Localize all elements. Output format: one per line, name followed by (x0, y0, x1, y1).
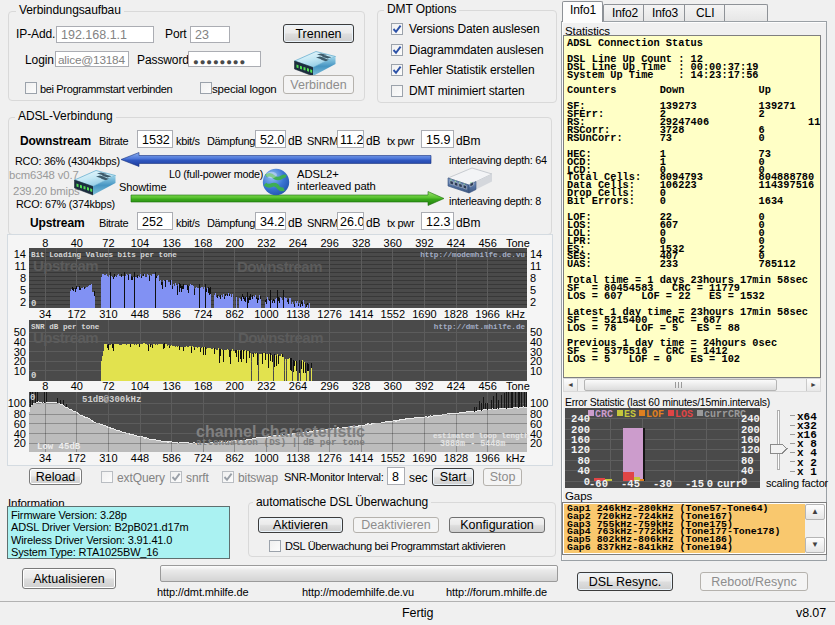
svg-text:296: 296 (320, 237, 338, 249)
svg-text:2: 2 (530, 296, 536, 308)
svg-text:0: 0 (30, 393, 35, 403)
svg-text:1828: 1828 (444, 308, 468, 320)
svg-text:392: 392 (415, 237, 433, 249)
svg-text:296: 296 (320, 380, 338, 392)
svg-text:862: 862 (226, 452, 244, 464)
svg-text:x 1: x 1 (797, 466, 817, 478)
svg-text:Tone: Tone (506, 237, 530, 249)
svg-text:1414: 1414 (349, 308, 373, 320)
svg-text:40: 40 (71, 380, 83, 392)
svg-text:72: 72 (102, 237, 114, 249)
svg-text:LOS: LOS (675, 409, 693, 420)
svg-text:http://modemhilfe.de.vu: http://modemhilfe.de.vu (420, 251, 525, 259)
svg-text:-45: -45 (621, 478, 640, 490)
svg-text:1138: 1138 (286, 308, 310, 320)
svg-text:586: 586 (162, 452, 180, 464)
svg-text:586: 586 (162, 308, 180, 320)
svg-text:232: 232 (257, 380, 275, 392)
svg-text:34: 34 (39, 308, 51, 320)
svg-text:168: 168 (194, 380, 212, 392)
svg-text:8: 8 (20, 272, 26, 284)
svg-text:1828: 1828 (444, 452, 468, 464)
svg-text:Bit Loading Values bits per: Bit Loading Values bits per tone (31, 251, 177, 259)
svg-text:kHz: kHz (506, 308, 525, 320)
svg-text:424: 424 (447, 380, 465, 392)
svg-text:310: 310 (99, 452, 117, 464)
svg-text:1552: 1552 (381, 308, 405, 320)
svg-text:0: 0 (31, 299, 36, 309)
svg-text:360: 360 (384, 380, 402, 392)
svg-text:LOF: LOF (646, 409, 664, 420)
svg-text:1690: 1690 (412, 308, 436, 320)
svg-text:5: 5 (530, 284, 536, 296)
svg-text:1414: 1414 (349, 452, 373, 464)
svg-text:kHz: kHz (506, 452, 525, 464)
svg-text:Upstream: Upstream (33, 329, 98, 346)
svg-text:CRC: CRC (595, 409, 613, 420)
svg-text:392: 392 (415, 380, 433, 392)
svg-text:10: 10 (530, 365, 542, 377)
svg-text:8: 8 (530, 272, 536, 284)
svg-text:136: 136 (162, 380, 180, 392)
svg-text:http://dmt.mhilfe.de: http://dmt.mhilfe.de (434, 323, 526, 331)
svg-text:1000: 1000 (254, 308, 278, 320)
svg-text:14: 14 (14, 248, 26, 260)
svg-text:ES: ES (624, 409, 636, 420)
svg-text:1690: 1690 (412, 452, 436, 464)
svg-text:-15: -15 (685, 478, 704, 490)
svg-text:8: 8 (42, 380, 48, 392)
svg-text:104: 104 (131, 237, 149, 249)
svg-text:5: 5 (20, 284, 26, 296)
svg-text:172: 172 (68, 308, 86, 320)
svg-text:40: 40 (71, 237, 83, 249)
svg-text:328: 328 (352, 237, 370, 249)
svg-text:1276: 1276 (317, 308, 341, 320)
svg-text:2: 2 (20, 296, 26, 308)
svg-text:11: 11 (15, 260, 26, 272)
svg-text:136: 136 (162, 237, 180, 249)
svg-text:currCRC: currCRC (704, 409, 746, 420)
svg-text:200: 200 (226, 380, 244, 392)
svg-text:1000: 1000 (254, 452, 278, 464)
svg-text:200: 200 (226, 237, 244, 249)
svg-text:Tone: Tone (506, 380, 530, 392)
svg-text:310: 310 (99, 308, 117, 320)
svg-text:456: 456 (478, 380, 496, 392)
svg-text:0: 0 (707, 478, 713, 490)
svg-text:264: 264 (289, 380, 307, 392)
svg-text:1138: 1138 (286, 452, 310, 464)
svg-text:1966: 1966 (475, 452, 499, 464)
svg-text:1552: 1552 (381, 452, 405, 464)
svg-text:1966: 1966 (475, 308, 499, 320)
svg-text:-30: -30 (653, 478, 672, 490)
svg-text:SNR dB per tone: SNR dB per tone (31, 323, 100, 331)
svg-text:attenuation (DS) | dB per tone: attenuation (DS) | dB per tone (196, 437, 365, 448)
svg-text:Upstream: Upstream (33, 257, 98, 274)
svg-text:424: 424 (447, 237, 465, 249)
svg-text:448: 448 (131, 452, 149, 464)
svg-text:-60: -60 (589, 478, 608, 490)
svg-text:264: 264 (289, 237, 307, 249)
svg-text:1276: 1276 (317, 452, 341, 464)
svg-text:168: 168 (194, 237, 212, 249)
svg-text:34: 34 (39, 452, 51, 464)
svg-text:Low 45dB: Low 45dB (37, 442, 81, 452)
svg-text:curr: curr (717, 478, 742, 490)
svg-text:Downstream: Downstream (238, 329, 323, 346)
svg-text:72: 72 (102, 380, 114, 392)
svg-text:232: 232 (257, 237, 275, 249)
svg-text:20: 20 (14, 437, 26, 449)
svg-text:0: 0 (31, 371, 36, 381)
svg-text:Downstream: Downstream (237, 258, 322, 275)
svg-text:724: 724 (194, 308, 212, 320)
svg-text:448: 448 (131, 308, 149, 320)
svg-text:360: 360 (384, 237, 402, 249)
svg-text:51dB@300kHz: 51dB@300kHz (82, 395, 141, 405)
svg-text:10: 10 (14, 365, 26, 377)
svg-text:20: 20 (530, 437, 542, 449)
svg-text:3888m - 5448m: 3888m - 5448m (440, 439, 505, 449)
svg-text:456: 456 (478, 237, 496, 249)
svg-text:104: 104 (131, 380, 149, 392)
svg-text:862: 862 (226, 308, 244, 320)
svg-text:172: 172 (68, 452, 86, 464)
